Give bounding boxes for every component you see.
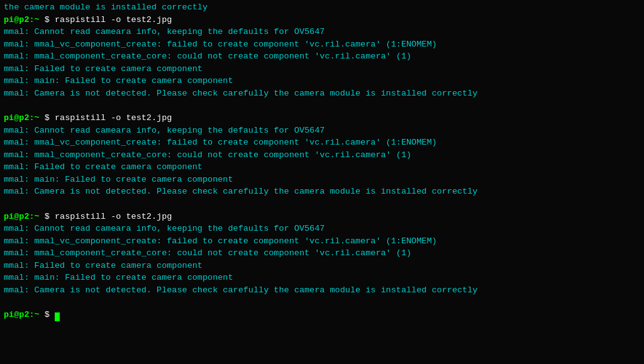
error-line-1-2: mmal: mmal_component_create_core: could …: [4, 50, 640, 63]
error-line-1-3: mmal: Failed to create camera component: [4, 63, 640, 75]
command-2: $ raspistill -o test2.jpg: [40, 113, 172, 123]
error-line-2-5: mmal: Camera is not detected. Please che…: [4, 185, 640, 198]
error-line-1-1: mmal: mmal_vc_component_create: failed t…: [4, 38, 640, 51]
error-line-2-3: mmal: Failed to create camera component: [4, 161, 640, 174]
command-3: $ raspistill -o test2.jpg: [40, 212, 172, 221]
prompt-line-3: pi@p2:~ $ raspistill -o test2.jpg: [4, 211, 640, 223]
command-block-3: pi@p2:~ $ raspistill -o test2.jpg mmal: …: [4, 211, 640, 297]
error-line-1-4: mmal: main: Failed to create camera comp…: [4, 75, 640, 87]
spacer-1: [4, 100, 640, 113]
final-prompt-line[interactable]: pi@p2:~ $: [4, 309, 640, 321]
error-line-1-0: mmal: Cannot read cameara info, keeping …: [4, 26, 640, 38]
error-line-2-4: mmal: main: Failed to create camera comp…: [4, 174, 640, 186]
final-command: $: [40, 310, 55, 319]
command-block-1: pi@p2:~ $ raspistill -o test2.jpg mmal: …: [4, 14, 640, 100]
error-line-3-4: mmal: main: Failed to create camera comp…: [4, 272, 640, 284]
top-partial-line: the camera module is installed correctly: [4, 1, 640, 14]
error-line-3-3: mmal: Failed to create camera component: [4, 260, 640, 272]
error-line-2-1: mmal: mmal_vc_component_create: failed t…: [4, 136, 640, 149]
error-line-3-2: mmal: mmal_component_create_core: could …: [4, 247, 640, 260]
command-1: $ raspistill -o test2.jpg: [40, 15, 172, 25]
prompt-2: pi@p2:~: [4, 113, 40, 123]
terminal-window: the camera module is installed correctly…: [0, 0, 644, 364]
prompt-1: pi@p2:~: [4, 15, 40, 25]
error-line-3-1: mmal: mmal_vc_component_create: failed t…: [4, 235, 640, 248]
error-line-2-2: mmal: mmal_component_create_core: could …: [4, 149, 640, 162]
error-line-2-0: mmal: Cannot read cameara info, keeping …: [4, 124, 640, 137]
error-line-3-0: mmal: Cannot read cameara info, keeping …: [4, 223, 640, 235]
top-partial-text: the camera module is installed correctly: [4, 3, 208, 12]
prompt-line-2: pi@p2:~ $ raspistill -o test2.jpg: [4, 112, 640, 124]
prompt-line-1: pi@p2:~ $ raspistill -o test2.jpg: [4, 14, 640, 26]
spacer-3: [4, 297, 640, 309]
prompt-3: pi@p2:~: [4, 212, 40, 221]
final-prompt: pi@p2:~: [4, 310, 40, 319]
cursor: [55, 312, 60, 321]
command-block-2: pi@p2:~ $ raspistill -o test2.jpg mmal: …: [4, 112, 640, 198]
spacer-2: [4, 198, 640, 211]
error-line-3-5: mmal: Camera is not detected. Please che…: [4, 284, 640, 297]
error-line-1-5: mmal: Camera is not detected. Please che…: [4, 87, 640, 100]
